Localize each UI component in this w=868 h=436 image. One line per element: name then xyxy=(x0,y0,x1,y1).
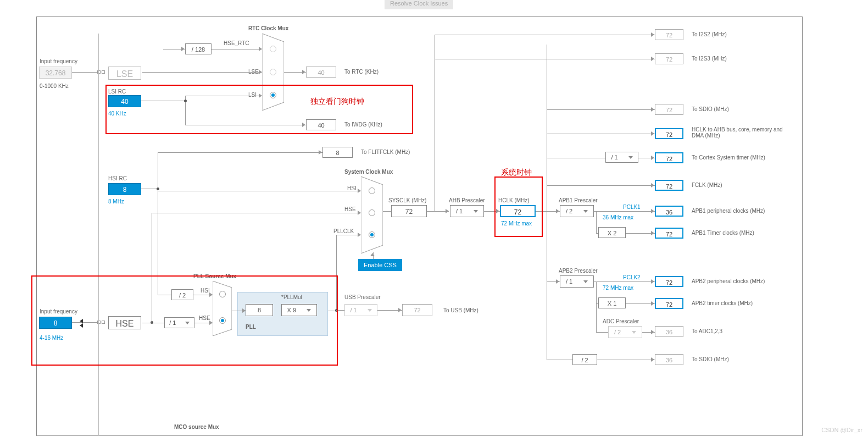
input-freq-hse-label: Input frequency xyxy=(40,308,77,314)
pclk1-label: PCLK1 xyxy=(623,204,641,210)
pll-src-mux-title: PLL Source Mux xyxy=(193,273,236,279)
sys-mux-hse-radio[interactable] xyxy=(369,209,375,216)
usb-prescaler-title: USB Prescaler xyxy=(344,294,381,300)
pll-src-hse-radio[interactable] xyxy=(219,317,226,324)
usb-div-dropdown[interactable]: / 1 xyxy=(344,304,377,316)
annotation-iwdg-text: 独立看门狗时钟 xyxy=(310,97,364,107)
watermark: CSDN @Dir_xr xyxy=(821,427,863,433)
lse-osc[interactable]: LSE xyxy=(108,67,141,80)
rtc-mux-lsi-radio[interactable] xyxy=(270,92,276,98)
lsi-unit: 40 KHz xyxy=(108,111,126,117)
adc-div-dropdown[interactable]: / 2 xyxy=(608,326,642,338)
hsi-label: HSI RC xyxy=(108,175,127,181)
sys-hse-label: HSE xyxy=(344,206,356,212)
sysclk-label: SYSCLK (MHz) xyxy=(388,197,426,203)
rtc-div128: / 128 xyxy=(185,43,212,54)
rtc-mux-title: RTC Clock Mux xyxy=(248,25,288,31)
fclk-label: FCLK (MHz) xyxy=(692,182,722,188)
hse-freq-input[interactable]: 8 xyxy=(39,317,72,329)
adc-value: 36 xyxy=(655,326,683,337)
clock-diagram: Input frequency 32.768 0-1000 KHz LSE In… xyxy=(36,16,803,436)
cortex-value: 72 xyxy=(655,152,683,163)
sdio-label: To SDIO (MHz) xyxy=(692,106,729,112)
pll-label: PLL xyxy=(246,324,256,330)
pclk1-max: 36 MHz max xyxy=(603,214,633,220)
hse-osc[interactable]: HSE xyxy=(108,316,141,329)
hclk-max: 72 MHz max xyxy=(501,220,532,227)
sys-div1-dropdown[interactable]: / 1 xyxy=(605,152,638,163)
adc-title: ADC Prescaler xyxy=(603,318,639,324)
rtc-lsi-label: LSI xyxy=(248,92,257,98)
pll-src-hsi-radio[interactable] xyxy=(219,291,226,297)
apb2-div-dropdown[interactable]: / 1 xyxy=(560,275,594,288)
pll-input-value[interactable]: 8 xyxy=(246,304,273,316)
usb-value: 72 xyxy=(402,304,432,316)
sdio2-value: 36 xyxy=(655,354,683,365)
pllmul-label: *PLLMul xyxy=(281,294,302,300)
usb-label: To USB (MHz) xyxy=(443,307,478,313)
resolve-button[interactable]: Resolve Clock Issues xyxy=(385,0,453,9)
apb1-div-dropdown[interactable]: / 2 xyxy=(560,205,594,217)
apb2-periph-label: APB2 peripheral clocks (MHz) xyxy=(692,278,765,284)
input-freq-lse-label: Input frequency xyxy=(40,58,77,64)
rtc-out-value: 40 xyxy=(306,67,336,78)
pll-div2: / 2 xyxy=(171,289,193,300)
apb1-periph-label: APB1 peripheral clocks (MHz) xyxy=(692,208,765,214)
adc-label: To ADC1,2,3 xyxy=(692,328,722,334)
rtc-out-label: To RTC (KHz) xyxy=(344,69,379,75)
apb1-periph-value: 36 xyxy=(655,206,683,217)
pclk2-label: PCLK2 xyxy=(623,274,641,280)
lse-freq-input[interactable]: 32.768 xyxy=(39,67,72,79)
i2s2-label: To I2S2 (MHz) xyxy=(692,31,727,37)
iwdg-label: To IWDG (KHz) xyxy=(344,122,382,128)
sysclk-value[interactable]: 72 xyxy=(391,205,427,217)
flitf-label: To FLITFCLK (MHz) xyxy=(361,149,410,155)
pll-src-hse-label: HSE xyxy=(199,315,210,321)
lsi-value: 40 xyxy=(108,95,141,107)
ahb-div-dropdown[interactable]: / 1 xyxy=(450,205,484,217)
hse-pll-div-dropdown[interactable]: / 1 xyxy=(164,317,194,328)
apb1-timer-value: 72 xyxy=(655,228,683,239)
sys-mux-title: System Clock Mux xyxy=(344,169,393,175)
sys-pllclk-label: PLLCLK xyxy=(333,228,354,234)
rtc-mux-lse-radio[interactable] xyxy=(270,69,276,75)
hclk-label: HCLK (MHz) xyxy=(498,197,530,203)
apb2-timer-value: 72 xyxy=(655,298,683,309)
hse-rtc-label: HSE_RTC xyxy=(224,40,249,46)
lse-range: 0-1000 KHz xyxy=(40,83,69,89)
hclk-ahb-label: HCLK to AHB bus, core, memory and DMA (M… xyxy=(692,126,785,139)
iwdg-value: 40 xyxy=(306,119,336,130)
hsi-unit: 8 MHz xyxy=(108,198,124,205)
hclk-value[interactable]: 72 xyxy=(500,205,536,217)
sdio-value: 72 xyxy=(655,104,683,115)
i2s3-label: To I2S3 (MHz) xyxy=(692,56,727,62)
cortex-label: To Cortex System timer (MHz) xyxy=(692,154,765,161)
apb2-title: APB2 Prescaler xyxy=(559,268,598,274)
lsi-label: LSI RC xyxy=(108,89,126,95)
apb1-timer-label: APB1 Timer clocks (MHz) xyxy=(692,230,754,236)
sys-mux-hsi-radio[interactable] xyxy=(369,187,375,194)
hclk-ahb-value: 72 xyxy=(655,128,683,139)
i2s3-value: 72 xyxy=(655,53,683,64)
apb2-periph-value: 72 xyxy=(655,276,683,287)
flitf-value: 8 xyxy=(322,147,353,158)
pllmul-dropdown[interactable]: X 9 xyxy=(281,304,317,316)
annotation-sysclk-text: 系统时钟 xyxy=(501,168,532,178)
i2s2-value: 72 xyxy=(655,29,683,40)
sys-mux-pll-radio[interactable] xyxy=(369,231,375,238)
apb2-timer-label: APB2 timer clocks (MHz) xyxy=(692,300,753,306)
apb1-x2: X 2 xyxy=(598,227,626,238)
pll-src-hsi-label: HSI xyxy=(201,288,210,294)
rtc-mux-hse-radio[interactable] xyxy=(270,46,276,52)
hsi-value: 8 xyxy=(108,183,141,195)
fclk-value: 72 xyxy=(655,180,683,191)
mco-title: MCO source Mux xyxy=(174,424,219,430)
sdio-div2: / 2 xyxy=(572,354,597,365)
apb2-x1: X 1 xyxy=(598,297,626,308)
ahb-title: AHB Prescaler xyxy=(449,197,485,203)
sdio2-label: To SDIO (MHz) xyxy=(692,356,729,362)
pclk2-max: 72 MHz max xyxy=(603,285,633,291)
apb1-title: APB1 Prescaler xyxy=(559,197,598,203)
enable-css-button[interactable]: Enable CSS xyxy=(358,259,402,271)
hse-range: 4-16 MHz xyxy=(40,335,63,341)
